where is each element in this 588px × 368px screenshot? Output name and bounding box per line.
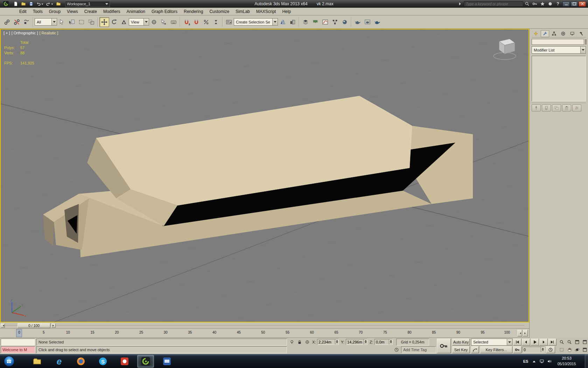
z-coordinate-field[interactable] <box>374 339 393 345</box>
viewport-pov-menu[interactable]: [ Orthographic ] <box>12 31 38 35</box>
render-production-button[interactable] <box>372 17 382 27</box>
menu-item[interactable]: MAXScript <box>253 8 279 15</box>
language-indicator[interactable]: ES <box>522 358 529 365</box>
project-folder-button[interactable] <box>55 1 62 7</box>
edit-named-selections-button[interactable] <box>224 17 234 27</box>
absolute-offset-toggle[interactable] <box>304 339 311 346</box>
remove-modifier-button[interactable] <box>562 104 571 111</box>
taskbar-blue-app-button[interactable] <box>159 355 175 368</box>
tab-utilities[interactable] <box>577 30 586 37</box>
workspace-dropdown[interactable]: Workspace_1 <box>65 1 110 7</box>
menu-item[interactable]: SimLab <box>232 8 253 15</box>
material-editor-button[interactable] <box>340 17 350 27</box>
undo-button[interactable] <box>35 1 45 7</box>
snap-toggle-button[interactable]: 3 <box>182 17 191 27</box>
chevron-down-icon[interactable] <box>51 19 57 25</box>
align-button[interactable] <box>288 17 298 27</box>
rendered-frame-window-button[interactable] <box>363 17 372 27</box>
selection-lock-toggle[interactable] <box>296 339 303 346</box>
restore-button[interactable] <box>570 1 578 7</box>
menu-item[interactable]: Edit <box>16 8 30 15</box>
next-frame-button[interactable] <box>539 339 548 346</box>
communication-center-button[interactable] <box>546 1 554 7</box>
save-file-button[interactable] <box>27 1 35 7</box>
menu-item[interactable]: Modifiers <box>100 8 124 15</box>
taskbar-red-app-button[interactable] <box>117 355 132 368</box>
select-and-rotate-button[interactable] <box>109 17 119 27</box>
start-button[interactable] <box>1 355 18 368</box>
make-unique-button[interactable] <box>552 104 561 111</box>
default-tangent-button[interactable] <box>471 346 479 353</box>
new-scene-button[interactable] <box>12 1 20 7</box>
view-cube[interactable] <box>489 34 520 65</box>
taskbar-3dsmax-button[interactable] <box>137 355 154 368</box>
viewport-shading-menu[interactable]: [ Realistic ] <box>39 31 58 35</box>
select-and-manipulate-button[interactable] <box>159 17 169 27</box>
selection-region-button[interactable] <box>77 17 86 27</box>
taskbar-clock[interactable]: 20:53 05/10/2015 <box>552 355 582 367</box>
add-time-tag-field[interactable]: Add Time Tag <box>401 346 436 353</box>
current-frame-field[interactable] <box>522 347 545 353</box>
keyboard-shortcut-override-button[interactable] <box>169 17 178 27</box>
play-animation-button[interactable] <box>531 339 539 346</box>
named-selection-combo[interactable]: Create Selection Se <box>234 18 278 26</box>
redo-dropdown-arrow[interactable] <box>51 4 53 6</box>
object-color-swatch[interactable] <box>586 39 586 45</box>
previous-frame-button[interactable] <box>522 339 530 346</box>
time-slider-prev-button[interactable] <box>1 323 5 328</box>
go-to-end-button[interactable] <box>548 339 556 346</box>
unlink-selection-button[interactable] <box>12 17 22 27</box>
y-coordinate-field[interactable] <box>346 339 368 345</box>
viewport-canvas[interactable] <box>1 29 528 322</box>
zoom-extents-button[interactable] <box>573 339 581 346</box>
taskbar-firefox-button[interactable] <box>73 355 89 368</box>
maxscript-mini-listener[interactable]: Welcome to M <box>1 346 35 353</box>
menu-item[interactable]: Group <box>46 8 64 15</box>
zoom-region-button[interactable] <box>558 346 565 353</box>
chevron-down-icon[interactable] <box>144 19 149 25</box>
curve-editor-button[interactable] <box>320 17 330 27</box>
taskbar-internet-explorer-button[interactable]: e <box>51 355 67 368</box>
auto-key-button[interactable]: Auto Key <box>452 339 470 346</box>
undo-dropdown-arrow[interactable] <box>41 4 43 6</box>
go-to-start-button[interactable] <box>513 339 522 346</box>
taskbar-skype-button[interactable]: S <box>95 355 111 368</box>
orbit-button[interactable] <box>573 346 581 353</box>
favorites-button[interactable] <box>539 1 546 7</box>
x-spinner[interactable] <box>335 339 338 345</box>
select-and-move-button[interactable] <box>99 17 109 27</box>
use-pivot-center-button[interactable] <box>149 17 159 27</box>
menu-item[interactable]: Graph Editors <box>148 8 181 15</box>
window-crossing-button[interactable] <box>86 17 96 27</box>
minimize-button[interactable] <box>562 1 570 7</box>
zoom-button[interactable] <box>558 339 565 346</box>
layer-manager-button[interactable] <box>301 17 310 27</box>
z-coordinate-input[interactable] <box>375 340 389 344</box>
menu-item[interactable]: Customize <box>206 8 232 15</box>
zoom-extents-all-button[interactable] <box>581 339 588 346</box>
menu-item[interactable]: Create <box>81 8 100 15</box>
open-file-button[interactable] <box>20 1 27 7</box>
bind-to-space-warp-button[interactable] <box>22 17 31 27</box>
time-slider-track[interactable] <box>5 325 524 326</box>
select-and-scale-button[interactable] <box>119 17 129 27</box>
angle-snap-button[interactable] <box>191 17 201 27</box>
pin-stack-button[interactable] <box>532 104 541 111</box>
menu-item[interactable]: Views <box>64 8 81 15</box>
chevron-down-icon[interactable] <box>272 19 278 25</box>
selection-filter-dropdown[interactable]: All <box>35 18 57 26</box>
chevron-down-icon[interactable] <box>507 339 512 345</box>
search-input[interactable] <box>464 1 523 7</box>
y-coordinate-input[interactable] <box>346 340 364 344</box>
taskbar-explorer-button[interactable] <box>29 355 45 368</box>
key-mode-toggle-button[interactable] <box>513 346 522 353</box>
set-key-button[interactable]: Set Key <box>452 346 470 353</box>
select-and-link-button[interactable] <box>2 17 12 27</box>
show-hidden-icons-button[interactable] <box>531 358 538 365</box>
mirror-button[interactable] <box>278 17 288 27</box>
search-button[interactable] <box>523 1 531 7</box>
help-button[interactable]: ? <box>554 1 562 7</box>
infocenter-toggle-button[interactable] <box>456 1 464 7</box>
frame-spinner[interactable] <box>541 347 544 352</box>
next-key-button[interactable] <box>523 330 528 336</box>
